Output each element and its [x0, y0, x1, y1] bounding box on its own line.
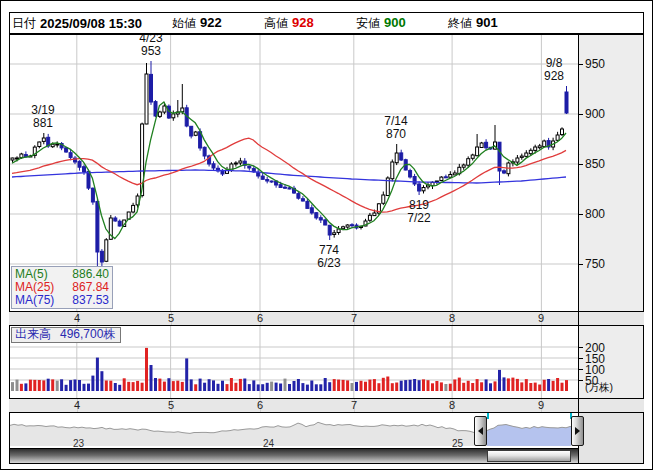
close-label: 終値 [448, 15, 472, 32]
annotation-line: 928 [532, 70, 576, 83]
month-label: 7 [348, 312, 360, 325]
chart-annotation: 3/19881 [21, 104, 65, 130]
tick-mark [579, 64, 583, 65]
price-plot: MA(5)886.40 MA(25)867.84 MA(75)837.53 3/… [10, 35, 578, 311]
tick-mark [579, 369, 583, 370]
navigator-canvas [10, 413, 578, 448]
month-label: 8 [446, 399, 458, 412]
tick-mark [579, 358, 583, 359]
annotation-line: 6/23 [307, 257, 351, 270]
low-label: 安値 [356, 15, 380, 32]
year-label: 25 [452, 438, 463, 449]
navigator-left-handle[interactable] [474, 416, 487, 446]
month-label: 8 [446, 312, 458, 325]
month-label: 4 [71, 399, 83, 412]
navigator-right-filler [578, 413, 643, 463]
open-label: 始値 [172, 15, 196, 32]
chart-annotation: 7746/23 [307, 244, 351, 270]
ma75-value: 837.53 [72, 294, 109, 307]
annotation-line: 881 [21, 117, 65, 130]
annotation-line: 870 [374, 128, 418, 141]
price-tick-label: 850 [585, 157, 605, 171]
tick-mark [579, 114, 583, 115]
month-label: 6 [254, 312, 266, 325]
chart-annotation: 9/8928 [532, 57, 576, 83]
price-tick-label: 800 [585, 207, 605, 221]
ma75-label: MA(75) [15, 294, 54, 307]
axis-divider [578, 312, 579, 325]
volume-chart: 出来高496,700株 20015010050(万株) [9, 325, 644, 399]
volume-axis: 20015010050(万株) [578, 326, 643, 398]
volume-label: 出来高 [15, 327, 51, 341]
ohlc-header: 日付 2025/09/08 15:30 始値922 高値928 安値900 終値… [9, 12, 644, 34]
volume-plot: 出来高496,700株 [10, 326, 578, 398]
selection-edge-tick [487, 413, 489, 419]
main-chart: MA(5)886.40 MA(25)867.84 MA(75)837.53 3/… [9, 34, 644, 312]
month-axis-top: 456789 [9, 312, 644, 325]
price-tick-label: 950 [585, 57, 605, 71]
volume-unit-label: (万株) [585, 381, 640, 395]
tick-mark [579, 380, 583, 381]
volume-value: 496,700株 [60, 327, 115, 341]
high-value: 928 [292, 15, 314, 32]
tick-mark [579, 214, 583, 215]
chart-annotation: 8197/22 [397, 199, 441, 225]
axis-divider [578, 399, 579, 412]
chart-annotation: 7/14870 [374, 115, 418, 141]
annotation-line: 953 [129, 45, 173, 58]
close-value: 901 [476, 15, 498, 32]
open-value: 922 [200, 15, 222, 32]
price-axis: 950900850800750 [578, 35, 643, 311]
left-arrow-icon [478, 427, 483, 435]
high-label: 高値 [264, 15, 288, 32]
ma75-row: MA(75)837.53 [15, 294, 109, 307]
navigator: 232425 [9, 412, 644, 464]
navigator-scrollbar-thumb[interactable] [487, 450, 571, 462]
ma-legend: MA(5)886.40 MA(25)867.84 MA(75)837.53 [11, 266, 113, 309]
navigator-scrollbar-track[interactable] [10, 448, 578, 463]
right-arrow-icon [575, 427, 580, 435]
month-label: 9 [535, 399, 547, 412]
date-label: 日付 [12, 15, 36, 32]
year-label: 23 [73, 438, 84, 449]
low-value: 900 [384, 15, 406, 32]
month-label: 5 [165, 312, 177, 325]
month-axis-bottom: 456789 [9, 399, 644, 412]
navigator-minichart[interactable] [10, 413, 578, 448]
month-label: 5 [165, 399, 177, 412]
month-label: 9 [535, 312, 547, 325]
tick-mark [579, 264, 583, 265]
tick-mark [579, 164, 583, 165]
date-value: 2025/09/08 15:30 [40, 16, 170, 31]
annotation-line: 7/22 [397, 212, 441, 225]
stock-chart-app: 日付 2025/09/08 15:30 始値922 高値928 安値900 終値… [0, 0, 653, 470]
navigator-right-handle[interactable] [571, 416, 584, 446]
month-label: 4 [71, 312, 83, 325]
tick-mark [579, 347, 583, 348]
month-label: 6 [254, 399, 266, 412]
price-tick-label: 900 [585, 107, 605, 121]
volume-legend: 出来高496,700株 [11, 327, 121, 343]
year-label: 24 [263, 438, 274, 449]
month-label: 7 [348, 399, 360, 412]
price-tick-label: 750 [585, 257, 605, 271]
chart-annotation: 4/23953 [129, 35, 173, 58]
